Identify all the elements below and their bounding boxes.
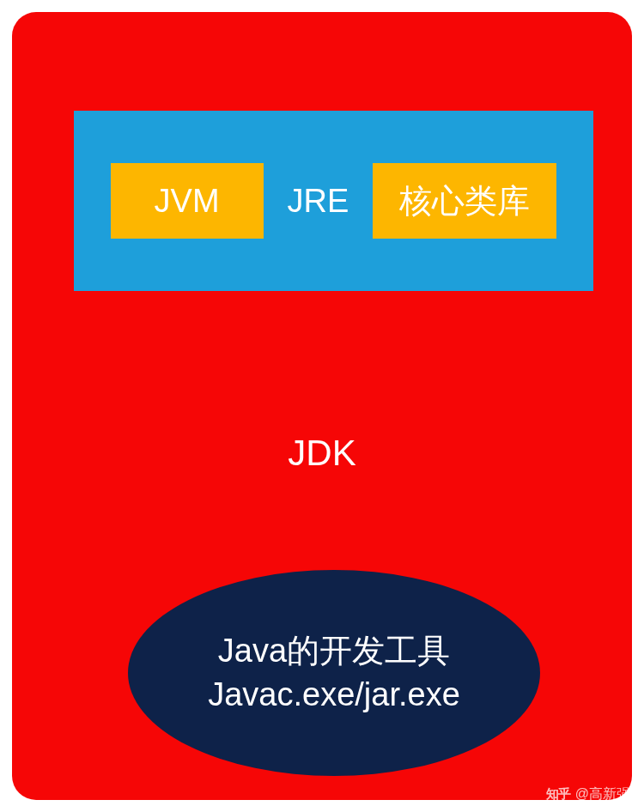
jvm-label: JVM — [155, 183, 220, 220]
core-library-label: 核心类库 — [399, 179, 530, 223]
jre-container: JVM JRE 核心类库 — [74, 111, 593, 291]
dev-tools-ellipse: Java的开发工具 Javac.exe/jar.exe — [128, 570, 540, 776]
zhihu-icon: 知乎 — [546, 786, 570, 803]
jre-label: JRE — [288, 183, 349, 220]
core-library-box: 核心类库 — [373, 163, 556, 239]
dev-tools-line2: Javac.exe/jar.exe — [208, 673, 460, 717]
jdk-label: JDK — [12, 433, 632, 474]
jdk-container: JVM JRE 核心类库 JDK Java的开发工具 Javac.exe/jar… — [12, 12, 632, 800]
jvm-box: JVM — [111, 163, 264, 239]
dev-tools-line1: Java的开发工具 — [218, 629, 450, 673]
watermark: 知乎 @高新强 — [546, 785, 630, 803]
watermark-author: @高新强 — [575, 785, 630, 803]
